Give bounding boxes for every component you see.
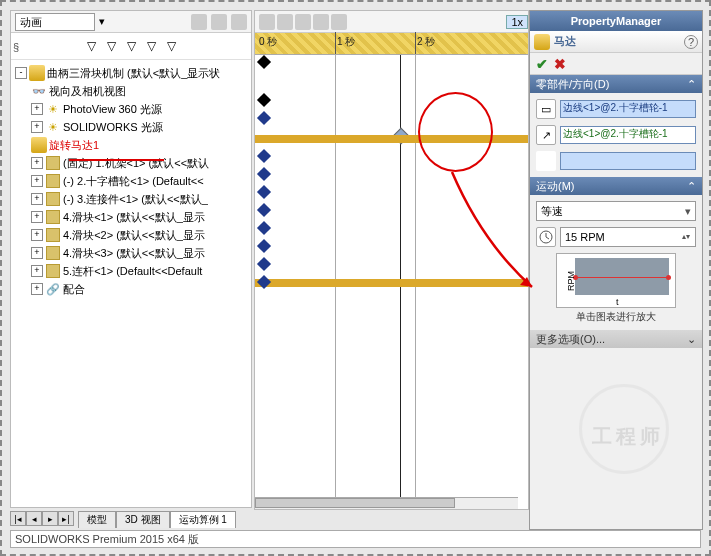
keyframe-icon[interactable]	[257, 111, 271, 125]
keyframe-icon[interactable]	[257, 185, 271, 199]
timeline-scrollbar[interactable]	[255, 497, 518, 509]
timeline-panel: 1x 0 秒 1 秒 2 秒	[254, 10, 529, 510]
expand-icon[interactable]: +	[31, 229, 43, 241]
keyframe-icon[interactable]	[257, 93, 271, 107]
tab-arrow-first[interactable]: |◂	[10, 511, 26, 526]
ruler-zero: 0 秒	[259, 35, 277, 49]
tree-root-label: 曲柄三滑块机制 (默认<默认_显示状	[47, 66, 220, 81]
property-manager: PropertyManager 马达 ? ✔ ✖ 零部件/方向(D) ⌃ ▭ 边…	[529, 10, 703, 530]
filter-icon-2[interactable]: ▽	[102, 37, 120, 55]
track-bar-1[interactable]	[255, 135, 528, 143]
expand-icon[interactable]: +	[31, 193, 43, 205]
tree-views[interactable]: 👓 视向及相机视图	[13, 82, 249, 100]
tree-item-1[interactable]: + (固定) 1.机架<1> (默认<<默认	[13, 154, 249, 172]
face-select-icon[interactable]: ▭	[536, 99, 556, 119]
tree-item-6[interactable]: + 4.滑块<3> (默认<<默认_显示	[13, 244, 249, 262]
timeline-body[interactable]	[255, 55, 528, 509]
tree-item-2[interactable]: + (-) 2.十字槽轮<1> (Default<<	[13, 172, 249, 190]
expand-icon[interactable]: +	[31, 247, 43, 259]
tree-item-3[interactable]: + (-) 3.连接件<1> (默认<<默认_	[13, 190, 249, 208]
expand-icon[interactable]: +	[31, 283, 43, 295]
ok-button[interactable]: ✔	[536, 56, 548, 72]
filter-icon-1[interactable]: ▽	[82, 37, 100, 55]
part-icon	[46, 210, 60, 224]
expand-icon[interactable]: -	[15, 67, 27, 79]
tree-mates[interactable]: + 🔗 配合	[13, 280, 249, 298]
clock-icon	[536, 227, 556, 247]
speed-type-combo[interactable]: 等速	[536, 201, 696, 221]
pm-section-component-body: ▭ 边线<1>@2.十字槽轮-1 ↗ 边线<1>@2.十字槽轮-1	[530, 93, 702, 177]
tree-item-4-label: 4.滑块<1> (默认<<默认_显示	[63, 210, 205, 225]
direction-icon[interactable]: ↗	[536, 125, 556, 145]
filter-icon-5[interactable]: ▽	[162, 37, 180, 55]
timeline-ruler[interactable]: 0 秒 1 秒 2 秒	[255, 33, 528, 55]
tl-icon-5[interactable]	[331, 14, 347, 30]
toolbar-icon-3[interactable]	[231, 14, 247, 30]
chevron-up-icon[interactable]: ⌃	[687, 78, 696, 91]
tl-icon-2[interactable]	[277, 14, 293, 30]
tl-icon-3[interactable]	[295, 14, 311, 30]
expand-icon[interactable]: +	[31, 157, 43, 169]
timeline-speed[interactable]: 1x	[506, 15, 528, 29]
toolbar-icon-2[interactable]	[211, 14, 227, 30]
direction-input[interactable]: 边线<1>@2.十字槽轮-1	[560, 126, 696, 144]
tree-swlights[interactable]: + ☀ SOLIDWORKS 光源	[13, 118, 249, 136]
component-icon[interactable]	[536, 151, 556, 171]
tree-pv360[interactable]: + ☀ PhotoView 360 光源	[13, 100, 249, 118]
component-input[interactable]	[560, 152, 696, 170]
pm-section-more[interactable]: 更多选项(O)... ⌄	[530, 330, 702, 348]
pm-section-component[interactable]: 零部件/方向(D) ⌃	[530, 75, 702, 93]
filter-icon-4[interactable]: ▽	[142, 37, 160, 55]
feature-tree-panel: 动画 ▾ § ▽ ▽ ▽ ▽ ▽ - 曲柄三滑块机制 (默认<默认_显示状 👓 …	[10, 10, 252, 508]
motion-graph[interactable]: RPM t	[556, 253, 676, 308]
speed-value-input[interactable]: 15 RPM	[560, 227, 696, 247]
keyframe-icon[interactable]	[257, 55, 271, 69]
tree-root[interactable]: - 曲柄三滑块机制 (默认<默认_显示状	[13, 64, 249, 82]
expand-icon[interactable]: +	[31, 265, 43, 277]
tree-pv360-label: PhotoView 360 光源	[63, 102, 162, 117]
keyframe-icon[interactable]	[257, 221, 271, 235]
pm-section-motion[interactable]: 运动(M) ⌃	[530, 177, 702, 195]
chevron-down-icon[interactable]: ⌄	[687, 333, 696, 346]
tree-item-4[interactable]: + 4.滑块<1> (默认<<默认_显示	[13, 208, 249, 226]
tree-item-5-label: 4.滑块<2> (默认<<默认_显示	[63, 228, 205, 243]
cancel-button[interactable]: ✖	[554, 56, 566, 72]
tab-motion-study[interactable]: 运动算例 1	[170, 511, 236, 528]
tree-item-7[interactable]: + 5.连杆<1> (Default<<Default	[13, 262, 249, 280]
tab-3dview[interactable]: 3D 视图	[116, 511, 170, 528]
part-icon	[46, 156, 60, 170]
keyframe-icon[interactable]	[257, 167, 271, 181]
graph-caption: 单击图表进行放大	[576, 310, 656, 324]
tl-icon-1[interactable]	[259, 14, 275, 30]
toolbar-icon-1[interactable]	[191, 14, 207, 30]
expand-icon[interactable]: +	[31, 103, 43, 115]
tab-arrow-prev[interactable]: ◂	[26, 511, 42, 526]
keyframe-icon[interactable]	[257, 239, 271, 253]
track-bar-2[interactable]	[255, 279, 528, 287]
light-icon: ☀	[45, 119, 61, 135]
keyframe-icon[interactable]	[257, 257, 271, 271]
tree-motor[interactable]: 旋转马达1	[13, 136, 249, 154]
tab-arrow-next[interactable]: ▸	[42, 511, 58, 526]
tab-arrow-last[interactable]: ▸|	[58, 511, 74, 526]
pm-section-component-label: 零部件/方向(D)	[536, 77, 609, 92]
tree-item-1-label: (固定) 1.机架<1> (默认<<默认	[63, 156, 209, 171]
animation-type-combo[interactable]: 动画	[15, 13, 95, 31]
keyframe-icon[interactable]	[257, 203, 271, 217]
motor-icon	[31, 137, 47, 153]
expand-icon[interactable]: +	[31, 175, 43, 187]
keyframe-icon[interactable]	[257, 149, 271, 163]
help-icon[interactable]: ?	[684, 35, 698, 49]
face-input-1[interactable]: 边线<1>@2.十字槽轮-1	[560, 100, 696, 118]
scrollbar-thumb[interactable]	[255, 498, 455, 508]
expand-icon[interactable]: +	[31, 121, 43, 133]
swirl-decor: §	[13, 41, 19, 53]
expand-icon[interactable]: +	[31, 211, 43, 223]
chevron-up-icon[interactable]: ⌃	[687, 180, 696, 193]
tree-item-5[interactable]: + 4.滑块<2> (默认<<默认_显示	[13, 226, 249, 244]
glasses-icon: 👓	[31, 83, 47, 99]
tl-icon-4[interactable]	[313, 14, 329, 30]
pm-header: PropertyManager	[530, 11, 702, 31]
tab-model[interactable]: 模型	[78, 511, 116, 528]
filter-icon-3[interactable]: ▽	[122, 37, 140, 55]
